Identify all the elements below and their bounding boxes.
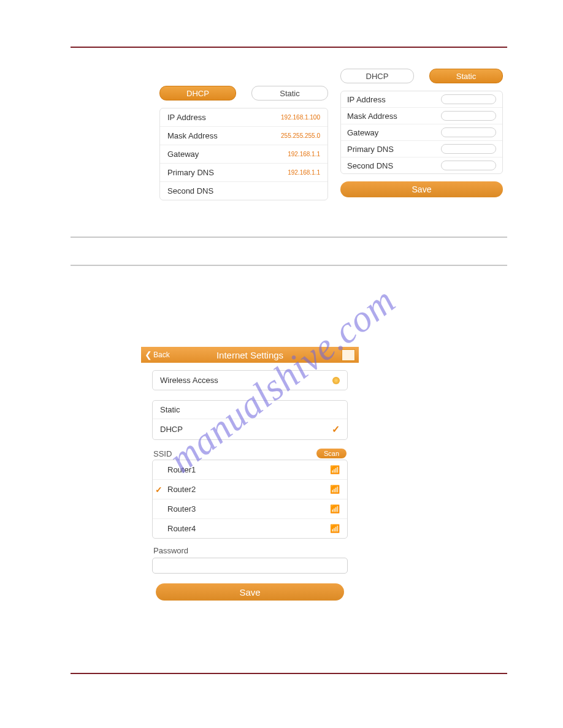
wireless-access-label: Wireless Access [160,376,218,385]
row-gateway: Gateway 192.168.1.1 [160,145,327,163]
row-ip-input: IP Address [341,91,502,107]
tab-static-button[interactable]: Static [251,86,328,100]
mode-dhcp-row[interactable]: DHCP ✓ [153,419,347,439]
checkmark-icon: ✓ [155,485,163,495]
ssid-label: SSID [153,449,172,458]
titlebar: ❮ Back Internet Settings [141,347,359,363]
row-ip-address: IP Address 192.168.1.100 [160,108,327,126]
router-row-2[interactable]: ✓ Router2 ︎📶 [153,479,347,499]
router-name-3: Router3 [167,504,196,514]
label-ip-input: IP Address [347,95,386,104]
scan-button[interactable]: Scan [316,449,347,458]
mode-box: Static DHCP ✓ [152,400,348,440]
wifi-icon: ︎📶 [330,524,340,533]
tab-dhcp-button-2[interactable]: DHCP [340,69,414,83]
row-gateway-input: Gateway [341,124,502,140]
label-ip-address: IP Address [167,113,206,122]
input-primary-dns[interactable] [441,144,496,154]
router-name-2: Router2 [167,485,196,494]
internet-settings-panel: ❮ Back Internet Settings Wireless Access… [141,347,359,601]
home-icon[interactable] [342,349,355,361]
input-gateway[interactable] [441,127,496,137]
router-name-4: Router4 [167,524,196,533]
input-second-dns[interactable] [441,161,496,170]
value-primary-dns: 192.168.1.1 [288,169,320,176]
row-mask-input: Mask Address [341,107,502,124]
back-label: Back [153,351,170,359]
label-second-dns: Second DNS [167,186,213,195]
router-row-1[interactable]: Router1 ︎📶 [153,460,347,479]
radio-selected-icon [332,377,340,384]
dhcp-readout-panel: DHCP Static IP Address 192.168.1.100 Mas… [159,86,328,200]
dhcp-readout-card: IP Address 192.168.1.100 Mask Address 25… [159,108,328,200]
password-input[interactable] [152,558,348,574]
screen-title: Internet Settings [216,350,283,360]
mode-static-label: Static [160,405,180,414]
page-bottom-rule [71,673,507,674]
password-label: Password [153,546,347,555]
wifi-icon: ︎📶 [330,485,340,494]
wireless-access-box[interactable]: Wireless Access [152,370,348,390]
label-mask-input: Mask Address [347,112,397,121]
row-sdns-input: Second DNS [341,157,502,173]
label-pdns-input: Primary DNS [347,145,394,154]
row-pdns-input: Primary DNS [341,140,502,157]
label-gateway: Gateway [167,150,199,159]
value-mask-address: 255.255.255.0 [281,132,320,139]
checkmark-icon: ✓ [332,423,340,435]
tab-dhcp-button[interactable]: DHCP [159,86,236,100]
mode-static-row[interactable]: Static [153,401,347,419]
page-top-rule [71,47,507,48]
page-mid-rule [71,237,507,238]
mode-dhcp-label: DHCP [160,425,183,434]
label-mask-address: Mask Address [167,131,218,140]
label-sdns-input: Second DNS [347,161,393,170]
wifi-icon: ︎📶 [330,504,340,514]
value-gateway: 192.168.1.1 [288,151,320,157]
label-primary-dns: Primary DNS [167,168,214,177]
save-button-static[interactable]: Save [340,181,503,197]
wifi-icon: ︎📶 [330,465,340,474]
row-second-dns: Second DNS [160,181,327,200]
value-ip-address: 192.168.1.100 [281,114,320,121]
router-name-1: Router1 [167,465,196,474]
input-ip-address[interactable] [441,94,496,104]
tab-static-button-2[interactable]: Static [429,69,503,83]
ssid-list: Router1 ︎📶 ✓ Router2 ︎📶 Router3 ︎📶 Route… [152,460,348,539]
row-primary-dns: Primary DNS 192.168.1.1 [160,163,327,181]
page-mid-rule2 [71,265,507,266]
input-mask-address[interactable] [441,111,496,121]
label-gateway-input: Gateway [347,128,378,137]
router-row-3[interactable]: Router3 ︎📶 [153,499,347,518]
save-button-wifi[interactable]: Save [156,583,344,601]
chevron-left-icon: ❮ [145,350,152,360]
row-mask-address: Mask Address 255.255.255.0 [160,126,327,145]
static-input-panel: DHCP Static IP Address Mask Address Gate… [340,69,503,197]
back-button[interactable]: ❮ Back [145,347,170,363]
static-input-card: IP Address Mask Address Gateway Primary … [340,91,503,174]
router-row-4[interactable]: Router4 ︎📶 [153,518,347,538]
